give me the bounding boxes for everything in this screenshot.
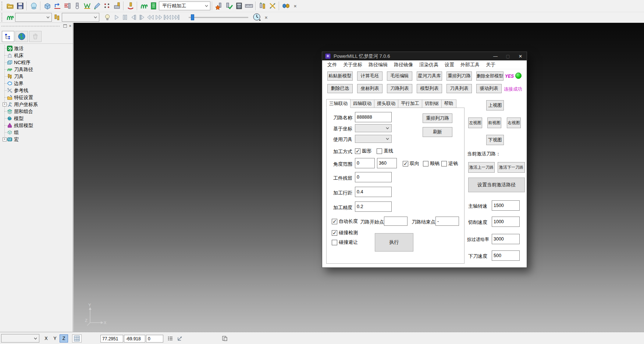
skim-feed-input[interactable] [492,234,520,244]
menu-external-tools[interactable]: 外部工具 [460,62,480,68]
multi-view-button[interactable] [220,334,230,343]
climb-mill-checkbox[interactable]: 顺铣 [423,160,440,167]
tool-change-button[interactable] [257,1,267,11]
end-point-input[interactable] [435,217,459,226]
conventional-mill-checkbox[interactable]: 逆铣 [441,160,458,167]
sim-go-start-button[interactable] [163,13,171,22]
panel-tab-recycle[interactable] [29,31,42,42]
leads-links-button[interactable] [82,1,92,11]
activate-next-toolpath-button[interactable]: 激活下一刀路 [498,162,525,173]
strategy-button[interactable] [149,1,159,11]
block-edit-button[interactable]: 毛坯编辑 [387,71,412,81]
use-tool-select[interactable] [355,135,392,143]
panel-float-icon[interactable] [63,24,67,28]
tree-item-ncprograms[interactable]: NC程序 [2,59,72,66]
strategy-combobox[interactable]: 平行精加工 [159,1,210,10]
tool-button[interactable] [72,1,82,11]
coord-x-input[interactable] [100,335,123,343]
refresh-button[interactable]: 刷新 [423,127,452,137]
viewport-3d[interactable]: Y X Z PowerMILL 忆梦星河 7.0.6 — ▢ ✕ 文件 关于坐标… [74,23,644,332]
coord-base-select[interactable] [355,124,392,132]
simulate-tool-button[interactable] [125,1,135,11]
tree-item-tools[interactable]: 刀具 [2,73,72,80]
sim-toolpath-button[interactable] [5,13,15,22]
feeds-speeds-button[interactable] [62,1,72,11]
tree-item-stockmodels[interactable]: 残留模型 [2,122,72,129]
toolpath-check-button[interactable] [224,1,234,11]
tree-item-models[interactable]: 模型 [2,115,72,122]
tab-4axis[interactable]: 四轴联动 [351,99,374,108]
panel-tab-world[interactable] [15,31,28,42]
tree-item-levels[interactable]: 层和组合 [2,108,72,115]
right-view-button[interactable]: 右视图 [507,117,521,128]
calc-block-button[interactable]: 计算毛坯 [357,71,383,81]
toolpath-button[interactable] [139,1,149,11]
shaded-view-button[interactable] [29,1,39,11]
paste-model-button[interactable]: 粘贴新模型 [327,71,353,81]
tree-item-active[interactable]: 激活 [2,45,72,52]
axis-y-button[interactable]: Y [51,334,59,343]
tree-item-toolpaths[interactable]: 刀具路径 [2,66,72,73]
top-view-button[interactable]: 上视图 [486,100,504,110]
sim-step-forward-button[interactable] [138,13,146,22]
coord-list-button[interactable]: 坐标列表 [357,84,383,93]
reorder-toolpath-button[interactable]: 重排列刀路 [446,71,472,81]
stock-left-input[interactable] [355,172,392,182]
auto-length-checkbox[interactable]: 自动长度 [332,218,358,225]
block-button[interactable] [42,1,52,11]
tree-item-boundaries[interactable]: 边界 [2,80,72,87]
ncprogram-tool-button[interactable] [112,1,122,11]
dialog-titlebar[interactable]: PowerMILL 忆梦星河 7.0.6 — ▢ ✕ [322,52,527,60]
collision-avoid-checkbox[interactable]: 碰撞避让 [332,239,358,246]
toolpath-verify-button[interactable] [214,1,224,11]
tree-item-workplanes[interactable]: + 用户坐标系 [2,101,72,108]
axis-x-button[interactable]: X [42,334,50,343]
drive-list-button[interactable]: 驱动列表 [476,84,502,93]
sim-rewind-button[interactable] [146,13,154,22]
coord-z-input[interactable] [146,335,163,343]
front-view-button[interactable]: 前视图 [487,117,501,128]
sim-toolpath-combobox[interactable] [15,13,52,22]
panel-tab-explorer[interactable] [2,31,14,42]
dialog-close-button[interactable]: ✕ [514,52,527,60]
menu-file[interactable]: 文件 [327,62,337,68]
menu-about[interactable]: 关于 [486,62,495,68]
sim-pause-button[interactable] [121,13,129,22]
sim-clock-button[interactable] [252,13,262,22]
tolerance-input[interactable] [355,201,392,212]
tool-list-button[interactable]: 刀具列表 [446,84,472,93]
tab-parallel[interactable]: 平行加工 [398,99,422,108]
slider-handle[interactable] [191,14,194,20]
axis-z-button[interactable]: Z [60,334,68,343]
save-project-button[interactable] [15,1,25,11]
sim-step-back-button[interactable] [129,13,138,22]
menu-path-mirror[interactable]: 路径镜像 [394,62,413,68]
menu-path-edit[interactable]: 路径编辑 [369,62,388,68]
activate-prev-toolpath-button[interactable]: 激活上一刀路 [468,162,495,173]
tab-help[interactable]: 帮助 [442,99,456,108]
cross-section-button[interactable] [267,1,277,11]
left-view-button[interactable]: 左视图 [468,117,482,128]
open-project-button[interactable] [5,1,15,11]
sim-toolbar-close-button[interactable]: × [262,13,270,22]
stepover-input[interactable] [355,187,392,197]
calculator-button[interactable] [234,1,244,11]
toolpath-list-button[interactable]: 刀路列表 [387,84,412,93]
sim-speed-slider[interactable] [187,13,250,21]
execute-button[interactable]: 执行 [375,233,413,252]
set-active-path-button[interactable]: 设置当前激活路径 [468,178,525,192]
maximize-button[interactable]: ▢ [502,52,514,60]
bottom-view-button[interactable]: 下视图 [486,135,504,145]
sim-tool-button[interactable] [52,13,62,22]
menu-coords[interactable]: 关于坐标 [343,62,362,68]
coord-y-input[interactable] [124,335,145,343]
tree-item-patterns[interactable]: 参考线 [2,87,72,94]
cutting-feed-input[interactable] [492,217,520,227]
rapid-heights-button[interactable] [52,1,62,11]
bidirectional-checkbox[interactable]: 双向 [403,160,419,167]
tab-head-tilt[interactable]: 摆头联动 [374,99,398,108]
model-list-button[interactable]: 模型列表 [417,84,442,93]
toolpath-name-input[interactable] [355,112,392,122]
angle-min-input[interactable] [355,158,375,168]
pattern-button[interactable] [102,1,112,11]
